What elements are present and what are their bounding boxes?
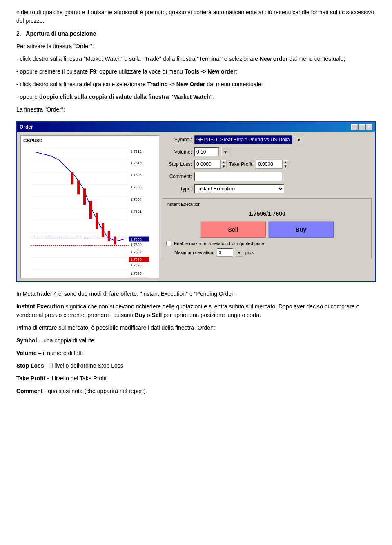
- maximize-button[interactable]: □: [359, 124, 365, 130]
- instruction-1: - click destro sulla finestra "Market Wa…: [16, 55, 376, 63]
- svg-rect-12: [71, 172, 74, 184]
- price-display: 1.7596/1.7600: [166, 210, 368, 218]
- chart-area: GBPUSD: [20, 135, 159, 278]
- post-paragraph-2: Instant Execution significa che non si d…: [16, 302, 376, 319]
- volume-row: Volume: ▼: [163, 147, 372, 156]
- section-title: Apertura di una posizione: [26, 30, 96, 37]
- symbol-row: Symbol: ▼: [163, 135, 372, 144]
- deviation-dropdown-btn[interactable]: ▼: [236, 249, 243, 257]
- chart-symbol-label: GBPUSD: [23, 137, 42, 144]
- deviation-checkbox[interactable]: [166, 241, 172, 246]
- finestra-label: La finestra "Order":: [16, 105, 376, 114]
- stoploss-takeprofit-row: Stop Loss: ▲ ▼ Take Profit: ▲ ▼: [163, 160, 372, 169]
- close-button[interactable]: ✕: [366, 124, 372, 130]
- sell-button[interactable]: Sell: [200, 221, 266, 238]
- svg-text:1.7608: 1.7608: [130, 173, 141, 177]
- svg-text:1.7606: 1.7606: [130, 185, 141, 189]
- pips-label: pips: [245, 249, 254, 256]
- stop-loss-btns: ▲ ▼: [221, 160, 227, 168]
- post-text2-o: o: [145, 312, 152, 318]
- buy-bold: Buy: [134, 312, 145, 318]
- stop-loss-spinner: ▲ ▼: [194, 160, 227, 169]
- type-label: Type:: [163, 185, 192, 192]
- svg-rect-16: [96, 213, 98, 229]
- instruction-4: - oppure doppio click sulla coppia di va…: [16, 93, 376, 101]
- intro-paragraph: indietro di qualche giorno e il pulsante…: [16, 8, 376, 25]
- volume-dropdown-btn[interactable]: ▼: [221, 148, 229, 156]
- max-deviation-row: Maximum deviation: ▼ pips: [166, 248, 368, 257]
- symbol-input[interactable]: [194, 135, 292, 144]
- svg-text:1.7596: 1.7596: [130, 257, 141, 261]
- volume-input[interactable]: [194, 147, 219, 156]
- titlebar-buttons: _ □ ✕: [351, 124, 372, 130]
- svg-text:1.7599: 1.7599: [130, 243, 141, 247]
- volume-label: Volume:: [163, 148, 192, 156]
- detail-comment: Comment - qualsiasi nota (che apparirà n…: [16, 387, 376, 395]
- svg-text:1.7601: 1.7601: [130, 210, 141, 214]
- price-chart: 1.7612 1.7610 1.7608 1.7606 1.7604 1.760…: [21, 136, 159, 278]
- instruction-3: - click destro sulla finestra del grafic…: [16, 80, 376, 89]
- detail-volume: Volume – il numero di lotti: [16, 349, 376, 357]
- order-window: Order _ □ ✕ GBPUSD: [16, 121, 376, 282]
- svg-rect-17: [102, 223, 104, 237]
- svg-text:1.7597: 1.7597: [130, 250, 141, 254]
- max-deviation-input[interactable]: [217, 248, 233, 257]
- svg-rect-14: [83, 188, 86, 205]
- sell-bold: Sell: [152, 312, 162, 318]
- svg-text:1.7595: 1.7595: [130, 263, 141, 267]
- section-description: Per attivare la finestra "Order":: [16, 42, 376, 51]
- minimize-button[interactable]: _: [351, 124, 358, 130]
- checkbox-row: Enable maximum deviation from quoted pri…: [166, 240, 368, 247]
- svg-text:1.7610: 1.7610: [130, 161, 141, 165]
- checkbox-label: Enable maximum deviation from quoted pri…: [174, 240, 264, 247]
- svg-text:1.7612: 1.7612: [130, 150, 141, 154]
- instant-execution-box: Instant Execution 1.7596/1.7600 Sell Buy…: [163, 198, 372, 259]
- take-profit-btns: ▲ ▼: [283, 160, 288, 168]
- instruction-2: - oppure premere il pulsante F9; oppure …: [16, 67, 376, 76]
- stop-loss-input[interactable]: [194, 160, 221, 169]
- instructions-list: - click destro sulla finestra "Market Wa…: [16, 55, 376, 101]
- svg-rect-18: [108, 231, 110, 241]
- svg-rect-19: [114, 237, 116, 245]
- detail-stoploss: Stop Loss – il livello dell'ordine Stop …: [16, 362, 376, 370]
- section-number-title: 2. Apertura di una posizione: [16, 29, 376, 38]
- svg-rect-22: [129, 136, 149, 278]
- buy-button[interactable]: Buy: [268, 221, 334, 238]
- order-titlebar: Order _ □ ✕: [17, 122, 375, 132]
- order-title: Order: [20, 123, 33, 131]
- symbol-label: Symbol:: [163, 136, 192, 143]
- type-row: Type: Instant Execution: [163, 184, 372, 193]
- svg-text:1.7604: 1.7604: [130, 197, 141, 201]
- svg-rect-13: [77, 180, 80, 194]
- svg-rect-15: [89, 201, 92, 219]
- detail-takeprofit: Take Profit - il livello del Take Profit: [16, 374, 376, 383]
- order-body: GBPUSD: [17, 132, 375, 281]
- svg-text:1.7600: 1.7600: [130, 237, 141, 241]
- instant-exec-title: Instant Execution: [166, 201, 368, 208]
- comment-row: Comment:: [163, 172, 372, 181]
- comment-label: Comment:: [163, 173, 192, 180]
- svg-text:1.7593: 1.7593: [130, 271, 141, 275]
- take-profit-input[interactable]: [256, 160, 283, 169]
- post-text2-end: per aprire una posizione lunga o corta.: [162, 312, 261, 318]
- take-profit-label: Take Profit:: [229, 161, 254, 168]
- details-list: Symbol – una coppia di valute Volume – i…: [16, 336, 376, 395]
- post-paragraph-1: In MetaTrader 4 ci sono due modi di fare…: [16, 290, 376, 298]
- post-paragraph-3: Prima di entrare sul mercato, è possibil…: [16, 324, 376, 332]
- type-select[interactable]: Instant Execution: [194, 184, 284, 193]
- stop-loss-down[interactable]: ▼: [221, 164, 227, 168]
- stop-loss-up[interactable]: ▲: [221, 160, 227, 164]
- trade-buttons: Sell Buy: [166, 221, 368, 238]
- order-form: Symbol: ▼ Volume: ▼ Stop Loss: ▲ ▼: [163, 135, 372, 278]
- symbol-dropdown-btn[interactable]: ▼: [295, 136, 303, 144]
- take-profit-down[interactable]: ▼: [283, 164, 288, 168]
- take-profit-up[interactable]: ▲: [283, 160, 288, 164]
- stop-loss-label: Stop Loss:: [163, 161, 192, 168]
- section-number: 2.: [16, 30, 21, 37]
- max-deviation-label: Maximum deviation:: [174, 249, 214, 256]
- detail-symbol: Symbol – una coppia di valute: [16, 336, 376, 345]
- comment-input[interactable]: [194, 172, 282, 181]
- instant-exec-bold: Instant Execution: [16, 303, 64, 310]
- take-profit-spinner: ▲ ▼: [256, 160, 288, 169]
